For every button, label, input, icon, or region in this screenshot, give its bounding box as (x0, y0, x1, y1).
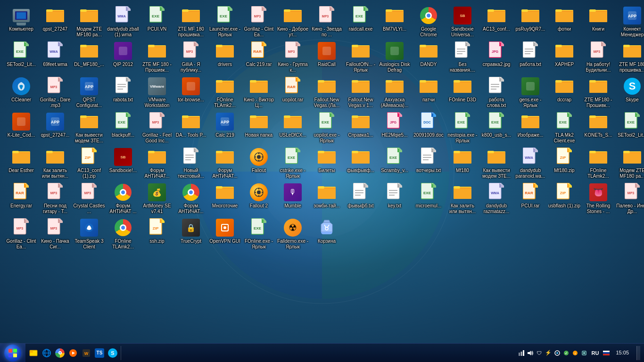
desktop-icon-korzina[interactable]: Корзина (310, 216, 344, 252)
desktop-icon-pesni-gitar[interactable]: MP3Песни под гитару - Т... (38, 181, 72, 216)
system-clock[interactable]: 15:05 (612, 349, 633, 356)
desktop-icon-auslogics[interactable]: Auslogics Disk Defrag (378, 40, 412, 75)
desktop-icon-qpst-27247-2[interactable]: APPqpst_27247... (38, 110, 72, 146)
desktop-icon-rabota-rtf[interactable]: rabota.txt (106, 75, 140, 110)
desktop-icon-kak-vivesti[interactable]: Как вывести модем ЗТЕ... (72, 110, 106, 146)
desktop-icon-skype[interactable]: SSkype (615, 75, 644, 110)
desktop-icon-fonline-d3d[interactable]: FOnline D3D (446, 75, 479, 110)
desktop-icon-k800-usb[interactable]: EXEk800_usb_s... (479, 110, 513, 146)
desktop-icon-dandy[interactable]: DANDY (412, 40, 446, 75)
desktop-icon-pcui-vn[interactable]: EXEPCUI.VN (140, 4, 174, 40)
desktop-icon-raidcall-exe[interactable]: EXEraidcall.exe (344, 4, 378, 40)
desktop-icon-artmoney[interactable]: 💰ArtMoney SE v7.41 (140, 181, 174, 216)
desktop-icon-falloutofn[interactable]: FalloutOfN... - Ярлык (344, 40, 378, 75)
desktop-icon-falldemo-exe[interactable]: ☢Falldemo.exe - Ярлык (276, 216, 310, 252)
desktop-icon-gorillaz-ea2[interactable]: MP3Gorillaz - Clint Ea... (4, 216, 38, 252)
desktop-icon-openvpn[interactable]: OpenVPN GUI (208, 216, 242, 252)
desktop-icon-kino-viktor[interactable]: Кино - Виктор Ц... (242, 75, 276, 110)
desktop-icon-gens-exe[interactable]: gens.exe - Ярлык (513, 75, 547, 110)
desktop-icon-uslefdc[interactable]: USLeDfCX... (276, 110, 310, 146)
desktop-icon-komputer[interactable]: Компьютер (4, 4, 38, 40)
desktop-icon-zte-mf180-pr2[interactable]: ZTE MF 180 прошивка... (615, 40, 644, 75)
desktop-icon-pcui-rar[interactable]: RARPCUI.rar (513, 181, 547, 216)
tray-misc2[interactable]: ✓ (562, 349, 570, 357)
quick-ie[interactable] (41, 347, 53, 359)
desktop-icon-rabota-txt[interactable]: работа.txt (513, 40, 547, 75)
desktop-icon-zombi-tai[interactable]: зомби-тай... (310, 181, 344, 216)
language-indicator[interactable]: RU (590, 350, 601, 356)
desktop-icon-scramby[interactable]: EXEScramby_v... (378, 146, 412, 181)
desktop-icon-key-txt[interactable]: key.txt (378, 181, 412, 216)
desktop-icon-uopilot-exe[interactable]: EXEuopilot.exe - Ярлык (310, 110, 344, 146)
desktop-icon-mf180[interactable]: Mf180 (446, 146, 479, 181)
desktop-icon-gorillaz-ea[interactable]: MP3Gorillaz - Clint Ea... (242, 4, 276, 40)
desktop-icon-qpst-conf[interactable]: APPQPST Configurat... (72, 75, 106, 110)
desktop-icon-calc219-3[interactable]: APPCalc 219 (208, 110, 242, 146)
desktop-icon-fonline-tlam[interactable]: FOnline TLAmk2... (208, 75, 242, 110)
desktop-icon-sandboxie[interactable]: SBSandboxie Universa... (446, 4, 479, 40)
desktop-icon-he2mqie5[interactable]: JPGHE2Mqie5... (378, 110, 412, 146)
desktop-icon-patchi[interactable]: патчи (412, 75, 446, 110)
tray-volume[interactable] (527, 349, 534, 357)
desktop-icon-mf180-zip[interactable]: ZIPMf180.zip (547, 146, 581, 181)
desktop-icon-google-chrome[interactable]: Google Chrome (412, 4, 446, 40)
start-button[interactable] (0, 344, 25, 362)
desktop-icon-fallout-new-v2[interactable]: Fallout.New Vegas.v 1... (344, 75, 378, 110)
desktop-icon-video3[interactable]: Форум АНТИЧАТ... (140, 146, 174, 181)
desktop-icon-kino-dobroe[interactable]: Кино - Доброе ут... (276, 4, 310, 40)
quick-media[interactable] (67, 347, 79, 359)
desktop-icon-ssh-zip[interactable]: ZIPssh.zip (140, 216, 174, 252)
desktop-icon-calc219-rar[interactable]: RARCalc 219.rar (242, 40, 276, 75)
desktop-icon-bez-nazv[interactable]: Без названия.... (446, 40, 479, 75)
desktop-icon-kak-zalit[interactable]: Как залить или вытян... (38, 146, 72, 181)
desktop-icon-xarner[interactable]: ХАРНЕР (547, 40, 581, 75)
desktop-icon-truecrypt[interactable]: 🔒TrueCrypt (174, 216, 208, 252)
desktop-icon-gillia[interactable]: MP3GilliA - Я публику... (174, 40, 208, 75)
desktop-icon-gorillaz-dare[interactable]: MP3Gorillaz - Dare .mp3 (38, 75, 72, 110)
desktop-icon-fivfivb[interactable]: фывыфб.txt (344, 181, 378, 216)
quick-skype[interactable]: S (107, 347, 119, 359)
desktop-icon-kino-gruppa[interactable]: MP3Кино - Группа к... (276, 40, 310, 75)
desktop-icon-blackpuff[interactable]: EXEblackpuff... (106, 110, 140, 146)
show-desktop-button[interactable] (636, 346, 640, 360)
desktop-icon-raidcall[interactable]: RaidCall (310, 40, 344, 75)
desktop-icon-forum-antichat[interactable]: Форум АНТИЧАТ... (208, 146, 242, 181)
desktop-icon-dl-mf180[interactable]: DL_MF180_... (72, 40, 106, 75)
desktop-icon-crystal-castles[interactable]: MP3Crystal Castles ... (72, 181, 106, 216)
desktop-icon-setool2-lit[interactable]: EXESETool2_Lit... (4, 40, 38, 75)
desktop-icon-zte-mf180-pr[interactable]: ZTE MF 180 - Прошивк... (140, 40, 174, 75)
desktop-icon-kino-zvezda[interactable]: MP3Кино - Звезда по ... (310, 4, 344, 40)
desktop-icon-zte-mf180-3[interactable]: ZTE MF180 - Прошивк... (581, 75, 615, 110)
desktop-icon-fonline-tlam2[interactable]: FOnline TLAmk2... (581, 146, 615, 181)
quick-teamspeak[interactable]: TS (93, 347, 106, 359)
desktop-icon-vmware[interactable]: VMwareVMware Workstation (140, 75, 174, 110)
desktop-icon-launcher-exe[interactable]: EXELauncher.exe - Ярлык (208, 4, 242, 40)
desktop-icon-na-rabotu[interactable]: MP3На работу! Будильни... (581, 40, 615, 75)
desktop-icon-tla-mk2[interactable]: EXETLA Mk2 Client.exe (547, 110, 581, 146)
desktop-icon-konets-s[interactable]: KONETs_S... (581, 110, 615, 146)
desktop-icon-fivfivf[interactable]: фывфывф... (344, 146, 378, 181)
desktop-icon-novaya-papka[interactable]: Новая папка (242, 110, 276, 146)
desktop-icon-spravka2-jpg[interactable]: JPGсправка2.jpg (479, 40, 513, 75)
desktop-icon-setool2-lit2[interactable]: EXESETool2_Lit... (615, 110, 644, 146)
desktop-icon-fallout2[interactable]: Fallout 2 (242, 181, 276, 216)
quick-chrome[interactable] (54, 347, 66, 359)
desktop-icon-fonline-tlam3[interactable]: FOnline TLAmk2... (106, 216, 140, 252)
desktop-icon-calc219-2[interactable]: DA... Tools P... (174, 110, 208, 146)
tray-security[interactable]: 🛡 (536, 349, 543, 357)
desktop-icon-ccleaner[interactable]: CCleaner (4, 75, 38, 110)
desktop-icon-knigi[interactable]: Книги (581, 4, 615, 40)
desktop-icon-fallout-main[interactable]: Fallout (242, 146, 276, 181)
tray-misc3[interactable]: i (571, 349, 579, 357)
desktop-icon-sandboxie2[interactable]: SBSandboxie!... (106, 146, 140, 181)
desktop-icon-dandydub-wma[interactable]: WMAdandydub zball (1).wma (106, 4, 140, 40)
desktop-icon-drivers[interactable]: drivers (208, 40, 242, 75)
desktop-icon-novyi-tekst[interactable]: Новый текстовый... (174, 146, 208, 181)
desktop-icon-bilety[interactable]: Билеты (310, 146, 344, 181)
desktop-icon-ac13-zip[interactable]: ZIPAC13_conf (1).zip (72, 146, 106, 181)
desktop-icon-dear-esther[interactable]: Dear Esther (4, 146, 38, 181)
tray-misc4[interactable] (580, 349, 588, 357)
tray-network[interactable] (518, 349, 525, 357)
desktop-icon-uopilot-rar[interactable]: RARuopilot.rar (276, 75, 310, 110)
desktop-icon-teamspeak3[interactable]: TeamSpeak 3 Client (72, 216, 106, 252)
